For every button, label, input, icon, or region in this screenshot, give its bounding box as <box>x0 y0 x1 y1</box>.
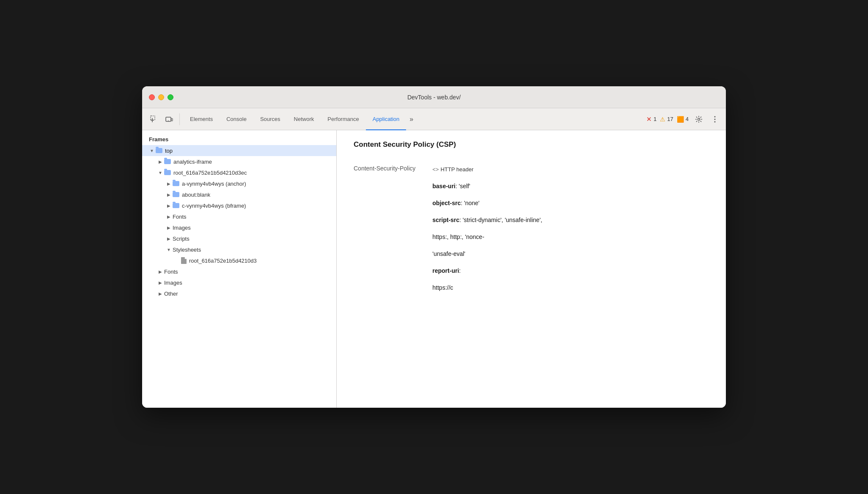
tree-arrow-scripts-inner <box>166 236 172 242</box>
tree-arrow-c-vynmy <box>166 203 172 209</box>
sidebar-item-top[interactable]: top <box>142 145 336 156</box>
info-icon: 🟧 <box>677 116 684 123</box>
sidebar-item-label-analytics: analytics-iframe <box>173 159 212 165</box>
csp-base-uri-label: base-uri <box>432 183 455 189</box>
csp-object-src-label: object-src <box>432 200 461 206</box>
more-tabs-button[interactable]: » <box>406 108 417 130</box>
sidebar-item-fonts-inner[interactable]: Fonts <box>142 211 336 222</box>
svg-point-7 <box>714 116 716 117</box>
folder-icon-top <box>156 148 162 153</box>
warning-count: 17 <box>667 116 673 122</box>
csp-key-empty-5 <box>354 245 432 262</box>
minimize-button[interactable] <box>158 94 164 100</box>
tree-arrow-a-vynmy <box>166 181 172 187</box>
svg-rect-0 <box>151 116 155 120</box>
close-button[interactable] <box>149 94 155 100</box>
folder-icon-about-blank <box>173 192 179 197</box>
tree-arrow-images-outer <box>157 280 163 285</box>
info-badge[interactable]: 🟧 4 <box>677 116 689 123</box>
folder-icon-c-vynmy <box>173 203 179 208</box>
tree-arrow-root <box>157 170 163 176</box>
csp-unsafe-eval-value: 'unsafe-eval' <box>432 250 465 257</box>
svg-point-8 <box>714 118 716 120</box>
more-menu-button[interactable] <box>709 113 721 125</box>
sidebar-item-label-images-outer: Images <box>164 280 182 286</box>
toolbar-divider-1 <box>179 113 180 125</box>
svg-point-6 <box>698 118 700 120</box>
toolbar-tabs: Elements Console Sources Network Perform… <box>183 108 645 130</box>
svg-rect-4 <box>171 118 173 121</box>
csp-table: Content-Security-Policy <> HTTP header b… <box>354 161 709 296</box>
frames-section-title: Frames <box>142 134 336 145</box>
sidebar-item-c-vynmy[interactable]: c-vynmy4vb4wys (bframe) <box>142 200 336 211</box>
sidebar-item-label-stylesheet-file: root_616a752e1b5d4210d3 <box>189 258 257 264</box>
csp-value-object-src: object-src: 'none' <box>432 195 709 211</box>
tree-arrow-fonts-inner <box>166 214 172 220</box>
error-badge[interactable]: ✕ 1 <box>646 115 656 123</box>
sidebar-item-label-about-blank: about:blank <box>182 192 210 198</box>
inspect-element-button[interactable] <box>147 113 161 126</box>
csp-key-empty-6 <box>354 262 432 279</box>
sidebar-item-root-frame[interactable]: root_616a752e1b5d4210d3ec <box>142 167 336 178</box>
sidebar-item-label-other-outer: Other <box>164 291 178 297</box>
sidebar-item-label-stylesheets: Stylesheets <box>173 247 201 253</box>
sidebar-item-label-c-vynmy: c-vynmy4vb4wys (bframe) <box>182 203 246 209</box>
warning-badge[interactable]: ⚠ 17 <box>660 116 673 123</box>
sidebar-item-label-images-inner: Images <box>173 225 191 231</box>
svg-point-9 <box>714 121 716 122</box>
sidebar-item-images-inner[interactable]: Images <box>142 222 336 233</box>
csp-value-header: <> HTTP header <box>432 161 709 178</box>
csp-value-report-uri: report-uri: <box>432 262 709 279</box>
csp-key-header: Content-Security-Policy <box>354 161 432 178</box>
sidebar-item-stylesheet-file[interactable]: root_616a752e1b5d4210d3 <box>142 255 336 266</box>
tree-arrow-about-blank <box>166 192 172 198</box>
tab-elements[interactable]: Elements <box>183 109 220 130</box>
title-bar: DevTools - web.dev/ <box>142 86 726 108</box>
folder-icon-root <box>164 170 171 175</box>
svg-point-5 <box>168 120 169 121</box>
traffic-lights <box>149 94 173 100</box>
csp-object-src-value: : 'none' <box>461 200 479 206</box>
toolbar: Elements Console Sources Network Perform… <box>142 108 726 130</box>
sidebar-item-about-blank[interactable]: about:blank <box>142 189 336 200</box>
warning-icon: ⚠ <box>660 116 665 123</box>
csp-value-https-c: https://c <box>432 279 709 296</box>
tab-console[interactable]: Console <box>220 109 253 130</box>
error-count: 1 <box>654 116 656 122</box>
sidebar-item-label-fonts-outer: Fonts <box>164 269 178 275</box>
sidebar-item-scripts-inner[interactable]: Scripts <box>142 233 336 244</box>
device-toggle-button[interactable] <box>162 113 176 126</box>
sidebar-item-label-fonts-inner: Fonts <box>173 214 187 220</box>
sidebar-item-fonts-outer[interactable]: Fonts <box>142 266 336 277</box>
csp-script-src-value: : 'strict-dynamic', 'unsafe-inline', <box>459 217 542 223</box>
sidebar-item-label-top: top <box>165 148 173 154</box>
csp-https-c-value: https://c <box>432 284 453 291</box>
info-count: 4 <box>686 116 689 122</box>
window-title: DevTools - web.dev/ <box>407 94 461 101</box>
maximize-button[interactable] <box>168 94 173 100</box>
sidebar-item-analytics-iframe[interactable]: analytics-iframe <box>142 156 336 167</box>
folder-icon-analytics <box>164 159 171 164</box>
settings-button[interactable] <box>692 113 706 126</box>
sidebar-item-other-outer[interactable]: Other <box>142 288 336 299</box>
main-content: Frames top analytics-iframe root_616a752… <box>142 130 726 408</box>
csp-key-empty-1 <box>354 178 432 195</box>
csp-key-empty-4 <box>354 228 432 245</box>
sidebar-item-a-vynmy[interactable]: a-vynmy4vb4wys (anchor) <box>142 178 336 189</box>
tree-arrow-top <box>149 148 155 154</box>
tab-performance[interactable]: Performance <box>321 109 365 130</box>
csp-value-https: https:, http:, 'nonce- <box>432 228 709 245</box>
tree-arrow-fonts-outer <box>157 269 163 274</box>
tab-sources[interactable]: Sources <box>253 109 287 130</box>
sidebar-item-images-outer[interactable]: Images <box>142 277 336 288</box>
csp-key-empty-2 <box>354 195 432 211</box>
csp-https-value: https:, http:, 'nonce- <box>432 233 484 240</box>
tree-arrow-images-inner <box>166 225 172 231</box>
main-panel: Content Security Policy (CSP) Content-Se… <box>337 130 726 408</box>
tab-application[interactable]: Application <box>366 109 407 130</box>
sidebar-item-stylesheets-inner[interactable]: Stylesheets <box>142 244 336 255</box>
tab-network[interactable]: Network <box>287 109 321 130</box>
tree-arrow-analytics <box>157 159 163 165</box>
sidebar-item-label-scripts-inner: Scripts <box>173 236 190 242</box>
tree-arrow-other-outer <box>157 291 163 296</box>
